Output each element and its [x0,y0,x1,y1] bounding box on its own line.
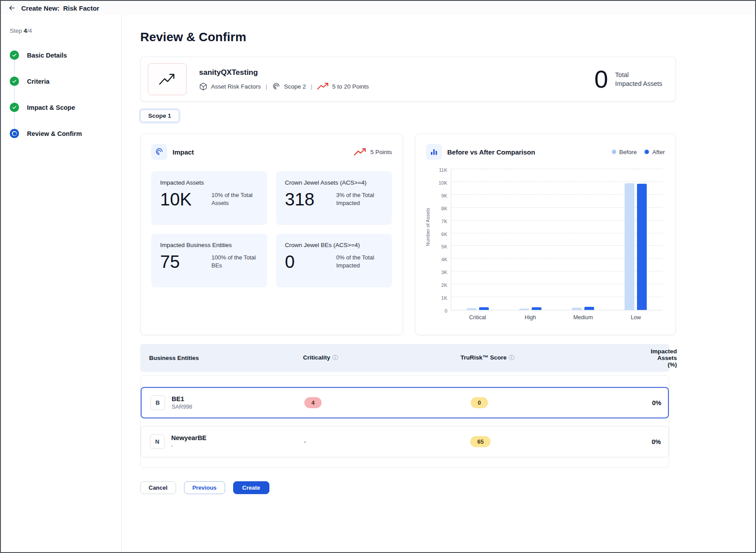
chart-ytick: 5K [441,244,447,249]
bar-chart-icon [426,144,442,160]
impact-points: 5 Points [354,148,392,156]
bar-after-medium[interactable] [584,307,594,310]
stat-crown-jewel-bes: Crown Jewel BEs (ACS>=4) 0 0% of the Tot… [276,234,392,287]
main-content: Review & Confirm sanityQXTesting Asset R… [122,15,755,552]
avatar: B [150,395,165,410]
chart-ytick: 3K [441,270,447,275]
chart-ytick: 1K [441,295,447,301]
before-after-bar-chart: Number of Assets 01K2K3K4K5K6K7K8K9K10K1… [426,170,665,310]
impacted-assets-value: 0% [652,399,661,406]
chart-ytick: 0 [445,308,447,313]
criticality-value: - [304,438,306,445]
step-label: Impact & Scope [27,104,75,111]
bar-before-critical[interactable] [467,308,476,310]
avatar: N [150,434,165,449]
sidebar-item-review-confirm[interactable]: Review & Confirm [10,120,121,147]
stat-impacted-business-entities: Impacted Business Entities 75 100% of th… [151,234,267,287]
stat-desc: 100% of the Total BEs [211,254,258,270]
sidebar-item-basic-details[interactable]: Basic Details [10,42,121,68]
chart-legend: Before After [612,149,665,155]
bar-group-critical: Critical [451,170,504,310]
total-impacted-assets-value: 0 [594,67,608,92]
topbar-title-prefix: Create New: [21,4,60,12]
create-button[interactable]: Create [233,481,269,494]
stat-value: 318 [285,189,315,209]
step-counter: Step 4/4 [10,27,121,34]
chart-category-label: High [504,314,556,321]
wizard-footer: Cancel Previous Create [140,481,755,494]
bar-before-high[interactable] [519,309,529,310]
stat-label: Crown Jewel BEs (ACS>=4) [285,242,383,248]
stat-label: Impacted Assets [160,179,258,186]
total-impacted-assets-label: Total Impacted Assets [615,70,662,89]
comparison-card-title: Before vs After Comparison [447,148,535,156]
entity-subtitle: SAR998 [172,404,192,410]
stat-desc: 3% of the Total Impacted [336,191,383,207]
stat-label: Crown Jewel Assets (ACS>=4) [285,179,383,186]
legend-item-before[interactable]: Before [612,149,637,155]
entity-name: NewyearBE [171,434,207,441]
previous-button[interactable]: Previous [184,481,225,494]
stat-value: 10K [160,189,192,209]
scope-meta: Scope 2 [272,82,306,91]
column-header-trurisk-score: TruRisk™ Scoreⓘ [461,354,651,362]
legend-item-after[interactable]: After [645,149,665,155]
sidebar-item-impact-scope[interactable]: Impact & Scope [10,94,121,120]
step-label: Review & Confirm [27,130,82,137]
column-header-criticality: Criticalityⓘ [303,354,461,362]
info-icon[interactable]: ⓘ [333,355,338,361]
tab-scope-1[interactable]: Scope 1 [140,109,179,122]
step-label: Criteria [27,78,50,85]
chart-category-label: Critical [451,314,504,321]
criticality-badge: 4 [304,397,322,408]
chart-ytick: 9K [441,193,447,198]
chart-yticks: 01K2K3K4K5K6K7K8K9K10K11K [433,170,451,310]
bar-after-low[interactable] [637,184,647,310]
legend-dot-after [645,150,649,154]
chart-ytick: 4K [441,257,447,262]
trurisk-score-badge: 65 [470,436,491,447]
chart-gridline [451,169,662,169]
points-meta: 5 to 20 Points [317,83,369,90]
active-step-icon [10,129,19,138]
bar-group-low: Low [610,170,662,310]
trend-up-red-icon [354,148,366,156]
cancel-button[interactable]: Cancel [140,481,176,494]
chart-category-label: Medium [557,314,610,321]
before-after-comparison-card: Before vs After Comparison Before After [415,134,676,335]
meta-separator: | [311,83,313,90]
impact-card-title: Impact [173,148,194,156]
bar-before-medium[interactable] [572,308,582,310]
stat-value: 0 [285,252,295,271]
wizard-sidebar: Step 4/4 Basic Details Criteria Im [1,15,122,552]
legend-dot-before [612,150,616,154]
stat-impacted-assets: Impacted Assets 10K 10% of the Total Ass… [151,171,267,225]
risk-factor-name: sanityQXTesting [199,68,369,77]
table-row-newyearbe[interactable]: N NewyearBE - - 65 0% [141,426,669,457]
bar-after-high[interactable] [532,307,541,310]
topbar: Create New: Risk Factor [1,1,755,15]
impact-card: Impact 5 Points Impacted Assets 10K 10% … [140,134,403,335]
step-label: Basic Details [27,52,67,59]
table-row-be1[interactable]: B BE1 SAR998 4 0 0% [141,387,669,418]
info-icon[interactable]: ⓘ [509,355,514,361]
bar-after-critical[interactable] [479,307,489,310]
back-icon[interactable] [7,3,17,13]
chart-ytick: 11K [439,167,447,173]
sidebar-item-criteria[interactable]: Criteria [10,68,121,94]
bar-before-low[interactable] [625,183,634,310]
check-circle-icon [10,50,19,60]
trurisk-score-badge: 0 [471,397,488,408]
chart-plot: CriticalHighMediumLow [451,170,662,310]
scope-spiral-icon [272,82,280,91]
stat-crown-jewel-assets: Crown Jewel Assets (ACS>=4) 318 3% of th… [276,171,392,225]
entity-subtitle: - [171,443,207,449]
meta-separator: | [266,83,268,90]
chart-ytick: 10K [438,180,447,186]
business-entities-table-header: Business Entities Criticalityⓘ TruRisk™ … [140,344,669,372]
risk-factor-icon [148,63,187,95]
risk-factor-type: Asset Risk Factors [199,82,261,91]
column-header-impacted-assets: Impacted Assets (%) [651,348,677,368]
trend-up-red-icon [317,83,329,90]
chart-ytick: 7K [441,219,447,224]
